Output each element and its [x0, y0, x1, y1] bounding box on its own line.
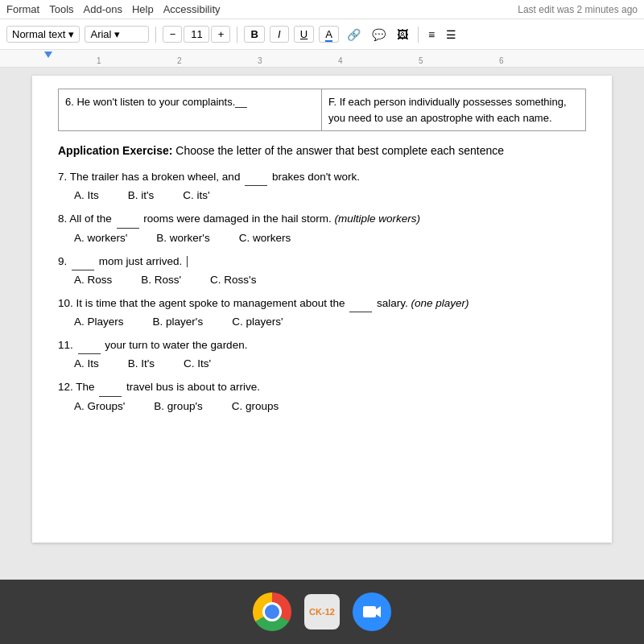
q12-choice-a: A. Groups' — [74, 400, 125, 412]
a-label: A — [325, 28, 332, 42]
q8-blank — [117, 211, 139, 228]
q8-note: (multiple workers) — [334, 213, 420, 225]
q10-choice-a: A. Players — [74, 316, 124, 328]
toolbar: Normal text ▾ Arial ▾ − 11 + B I U A 🔗 💬… — [0, 19, 644, 50]
ruler-mark-3: 3 — [258, 56, 262, 65]
font-size-display[interactable]: 11 — [184, 26, 209, 43]
ruler-mark-5: 5 — [419, 56, 423, 65]
zoom-camera-icon — [361, 601, 383, 623]
style-chevron-icon: ▾ — [68, 28, 74, 40]
q12-choice-c: C. groups — [232, 400, 279, 412]
ruler-mark-4: 4 — [338, 56, 343, 65]
q11-choice-a: A. Its — [74, 357, 99, 369]
svg-rect-0 — [363, 606, 376, 617]
q9-rest: mom just arrived. — [99, 255, 183, 267]
document-page[interactable]: 6. He won't listen to your complaints.__… — [32, 76, 612, 543]
q11-rest: your turn to water the garden. — [105, 339, 247, 351]
question-10-choices: A. Players B. player's C. players' — [74, 316, 586, 328]
image-icon[interactable]: 🖼 — [394, 27, 411, 43]
toolbar-divider-3 — [418, 27, 419, 43]
ruler-mark-6: 6 — [499, 56, 504, 65]
q9-choice-c: C. Ross's — [210, 274, 256, 286]
document-area: 6. He won't listen to your complaints.__… — [0, 68, 644, 580]
q12-blank — [99, 379, 122, 396]
menu-help[interactable]: Help — [132, 3, 154, 15]
question-8: 8. All of the rooms were damaged in the … — [58, 211, 586, 243]
q9-choice-b: B. Ross' — [141, 274, 181, 286]
toolbar-divider-2 — [237, 27, 237, 43]
q11-blank — [78, 337, 101, 354]
menu-format[interactable]: Format — [6, 3, 39, 15]
q10-choice-c: C. players' — [232, 316, 283, 328]
question-7-text: 7. The trailer has a broken wheel, and b… — [58, 169, 586, 186]
question-9: 9. mom just arrived. A. Ross B. Ross' C.… — [58, 254, 586, 286]
question-12: 12. The travel bus is about to arrive. A… — [58, 379, 586, 411]
q9-choice-a: A. Ross — [74, 274, 112, 286]
q9-blank — [72, 254, 94, 270]
q11-choice-b: B. It's — [128, 357, 155, 369]
question-8-choices: A. workers' B. worker's C. workers — [74, 232, 586, 244]
q10-note: (one player) — [411, 297, 469, 309]
q11-num: 11. — [58, 339, 76, 351]
question-7-choices: A. Its B. it's C. its' — [74, 189, 586, 201]
q12-num: 12. The — [58, 381, 95, 393]
q10-rest: salary. — [377, 297, 411, 309]
comment-icon[interactable]: 💬 — [369, 27, 389, 43]
font-label: Arial — [90, 28, 111, 40]
bold-button[interactable]: B — [244, 26, 264, 43]
style-dropdown[interactable]: Normal text ▾ — [6, 26, 80, 43]
ck12-label: CK-12 — [309, 607, 335, 617]
chrome-app-icon[interactable] — [253, 592, 291, 631]
q8-rest: rooms were damaged in the hail storm. — [143, 213, 334, 225]
italic-button[interactable]: I — [270, 26, 289, 43]
align-icon[interactable]: ≡ — [425, 27, 438, 43]
q11-choice-c: C. Its' — [184, 357, 211, 369]
top-table: 6. He won't listen to your complaints.__… — [58, 89, 586, 131]
q7-choice-c: C. its' — [183, 189, 209, 201]
q7-blank — [245, 169, 267, 186]
ruler-mark-2: 2 — [177, 56, 182, 65]
q8-num: 8. All of the — [58, 213, 112, 225]
ck12-app-icon[interactable]: CK-12 — [304, 594, 340, 630]
q7-rest: brakes don't work. — [272, 171, 360, 183]
list-icon[interactable]: ☰ — [443, 27, 460, 43]
q10-blank — [349, 295, 372, 312]
question-7: 7. The trailer has a broken wheel, and b… — [58, 169, 586, 201]
ruler: 1 2 3 4 5 6 — [0, 50, 644, 68]
question-9-choices: A. Ross B. Ross' C. Ross's — [74, 274, 586, 286]
question-9-text: 9. mom just arrived. — [58, 254, 586, 270]
menu-tools[interactable]: Tools — [49, 3, 73, 15]
q12-rest: travel bus is about to arrive. — [126, 381, 260, 393]
text-cursor — [187, 256, 188, 267]
ruler-mark-1: 1 — [97, 56, 101, 65]
exercise-instruction: Choose the letter of the answer that bes… — [175, 144, 504, 157]
exercise-title: Application Exercise: Choose the letter … — [58, 142, 586, 159]
menu-accessibility[interactable]: Accessibility — [163, 3, 221, 15]
link-icon[interactable]: 🔗 — [344, 27, 364, 43]
q8-choice-c: C. workers — [239, 232, 291, 244]
font-size-decrease-button[interactable]: − — [163, 26, 182, 43]
font-size-group: − 11 + — [163, 26, 230, 43]
question-12-choices: A. Groups' B. group's C. groups — [74, 400, 586, 412]
last-edit-label: Last edit was 2 minutes ago — [518, 4, 638, 15]
font-size-increase-button[interactable]: + — [211, 26, 230, 43]
font-chevron-icon: ▾ — [114, 28, 120, 40]
q7-choice-a: A. Its — [74, 189, 99, 201]
menu-addons[interactable]: Add-ons — [84, 3, 122, 15]
svg-marker-1 — [376, 606, 381, 617]
menu-bar: Format Tools Add-ons Help Accessibility … — [0, 0, 644, 19]
zoom-app-icon[interactable] — [353, 592, 391, 631]
q7-num: 7. The trailer has a broken wheel, and — [58, 171, 240, 183]
q12-choice-b: B. group's — [154, 400, 202, 412]
table-cell-right: F. If each person individually possesses… — [322, 89, 585, 130]
question-11-text: 11. your turn to water the garden. — [58, 337, 586, 354]
ruler-marks: 1 2 3 4 5 6 — [0, 50, 644, 67]
q10-choice-b: B. player's — [153, 316, 204, 328]
q7-choice-b: B. it's — [128, 189, 155, 201]
font-dropdown[interactable]: Arial ▾ — [85, 26, 149, 43]
question-8-text: 8. All of the rooms were damaged in the … — [58, 211, 586, 228]
font-color-button[interactable]: A — [319, 26, 339, 43]
question-10: 10. It is time that the agent spoke to m… — [58, 295, 586, 328]
underline-button[interactable]: U — [294, 26, 314, 43]
q10-num: 10. It is time that the agent spoke to m… — [58, 297, 345, 309]
